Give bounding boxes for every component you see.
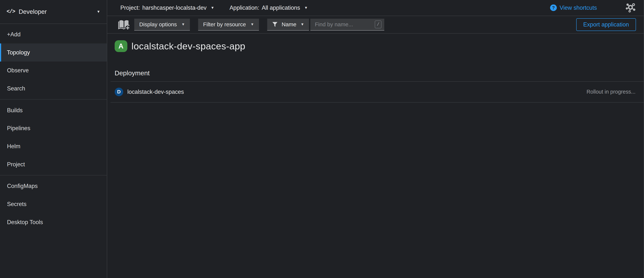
sidebar-item-project[interactable]: Project: [0, 155, 107, 174]
resource-list: D localstack-dev-spaces Rollout in progr…: [110, 81, 644, 103]
add-to-project-book-icon[interactable]: [117, 18, 131, 31]
resource-status: Rollout in progress...: [586, 89, 636, 95]
application-dropdown-label: Application:: [230, 4, 259, 11]
code-brackets-icon: </>: [6, 8, 15, 15]
sidebar-item-helm[interactable]: Helm: [0, 138, 107, 155]
filter-by-resource-dropdown[interactable]: Filter by resource ▼: [198, 19, 259, 31]
sidebar-nav: +Add Topology Observe Search Builds Pipe…: [0, 24, 107, 231]
application-group-header: A localstack-dev-spaces-app: [115, 40, 644, 52]
project-dropdown[interactable]: Project: harshcasper-localsta-dev ▼: [120, 4, 214, 11]
sidebar-divider: [0, 175, 107, 175]
display-options-dropdown[interactable]: Display options ▼: [134, 19, 190, 31]
chevron-down-icon: ▼: [250, 22, 254, 26]
view-shortcuts-label: View shortcuts: [560, 4, 597, 11]
perspective-switcher[interactable]: </> Developer ▼: [0, 0, 107, 24]
filter-funnel-icon: [272, 22, 278, 27]
project-dropdown-value: harshcasper-localsta-dev: [142, 4, 206, 11]
topology-list-view: A localstack-dev-spaces-app Deployment D…: [107, 33, 644, 278]
display-options-label: Display options: [139, 21, 177, 28]
name-filter-dropdown[interactable]: Name ▼: [267, 19, 309, 31]
sidebar-item-pipelines[interactable]: Pipelines: [0, 119, 107, 138]
deployment-badge: D: [115, 88, 123, 96]
chevron-down-icon: ▼: [304, 6, 308, 10]
application-title: localstack-dev-spaces-app: [132, 41, 245, 52]
sidebar-item-topology[interactable]: Topology: [0, 43, 107, 62]
question-circle-icon: ?: [550, 4, 556, 11]
chevron-down-icon: ▼: [210, 6, 214, 10]
project-dropdown-label: Project:: [120, 4, 140, 11]
topology-toolbar: Display options ▼ Filter by resource ▼ N…: [107, 16, 644, 34]
context-bar: Project: harshcasper-localsta-dev ▼ Appl…: [107, 0, 644, 16]
perspective-label: Developer: [19, 8, 47, 15]
application-badge: A: [115, 40, 127, 52]
chevron-down-icon: ▼: [300, 22, 304, 26]
sidebar-item-desktop-tools[interactable]: Desktop Tools: [0, 213, 107, 231]
sidebar-item-add[interactable]: +Add: [0, 25, 107, 43]
view-shortcuts-link[interactable]: ? View shortcuts: [550, 4, 597, 11]
chevron-down-icon: ▼: [181, 22, 185, 26]
chevron-down-icon: ▼: [96, 10, 100, 14]
export-application-button[interactable]: Export application: [576, 18, 636, 31]
find-by-name-input[interactable]: [314, 21, 375, 28]
sidebar-item-configmaps[interactable]: ConfigMaps: [0, 177, 107, 195]
resource-section-heading: Deployment: [115, 69, 644, 77]
table-row-deployment[interactable]: D localstack-dev-spaces Rollout in progr…: [110, 82, 644, 102]
application-dropdown[interactable]: Application: All applications ▼: [230, 4, 308, 11]
sidebar-item-builds[interactable]: Builds: [0, 101, 107, 119]
find-by-name-field: /: [310, 19, 384, 31]
sidebar-item-observe[interactable]: Observe: [0, 62, 107, 80]
sidebar-divider: [0, 99, 107, 100]
name-filter-group: Name ▼ /: [267, 19, 384, 31]
application-dropdown-value: All applications: [262, 4, 300, 11]
main-area: Project: harshcasper-localsta-dev ▼ Appl…: [107, 0, 644, 278]
slash-shortcut-key: /: [375, 20, 381, 28]
sidebar-item-secrets[interactable]: Secrets: [0, 195, 107, 213]
sidebar-item-search[interactable]: Search: [0, 80, 107, 98]
sidebar: </> Developer ▼ +Add Topology Observe Se…: [0, 0, 107, 278]
filter-by-resource-label: Filter by resource: [203, 21, 246, 28]
resource-name: localstack-dev-spaces: [127, 89, 184, 95]
cluster-network-icon[interactable]: [623, 2, 638, 14]
openshift-developer-console: </> Developer ▼ +Add Topology Observe Se…: [0, 0, 644, 278]
context-bar-right: ? View shortcuts: [550, 2, 638, 14]
name-filter-label: Name: [282, 21, 296, 28]
